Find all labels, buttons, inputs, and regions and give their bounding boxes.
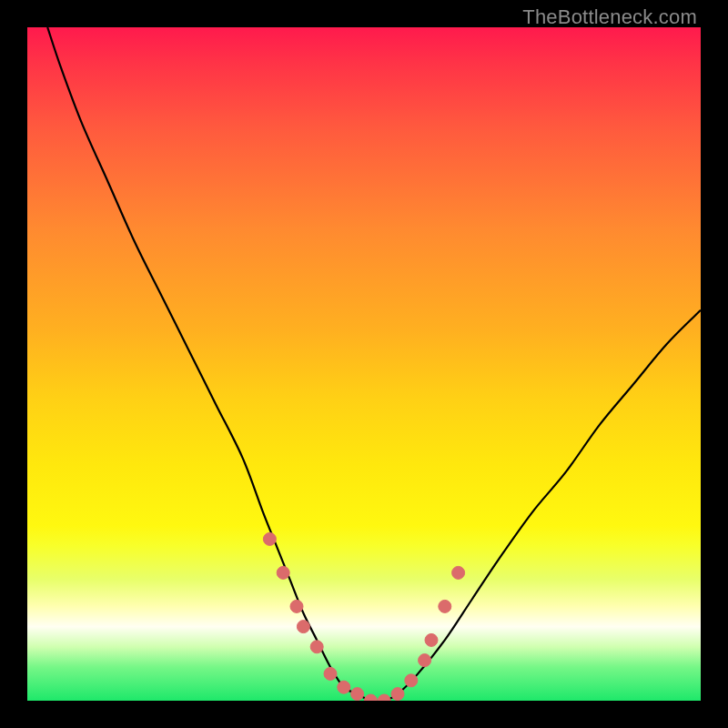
bottleneck-chart [27,27,701,701]
highlight-dot [290,600,303,612]
watermark-text: TheBottleneck.com [522,5,697,29]
highlight-dot [425,633,438,646]
highlight-dot [277,566,289,579]
highlight-dot [452,566,465,579]
highlight-dot [364,694,377,701]
highlight-dot [297,621,309,633]
highlight-dot [324,667,337,680]
chart-plot-area [27,27,701,701]
highlight-dot [338,681,350,693]
highlight-dot [419,654,431,667]
highlight-dot [378,694,390,701]
highlight-dot [351,688,364,701]
highlight-dot [263,532,276,545]
highlight-dot [310,641,323,653]
highlight-dots-group [263,532,464,701]
highlight-dot [405,674,418,687]
highlight-dot [391,688,404,701]
highlight-dot [439,600,451,612]
bottleneck-curve [47,27,701,701]
